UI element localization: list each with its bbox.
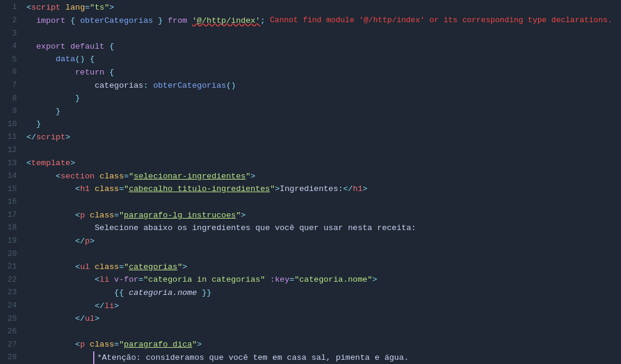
line-num-23: 23 <box>5 287 17 300</box>
code-line-4: export default { <box>26 40 621 53</box>
code-line-11: </script> <box>26 131 621 144</box>
line-num-27: 27 <box>5 338 17 351</box>
line-num-2: 2 <box>5 14 17 28</box>
code-line-19: </p> <box>26 235 621 248</box>
error-message: Cannot find module '@/http/index' or its… <box>270 14 613 27</box>
code-line-1: <script lang="ts"> <box>26 1 621 14</box>
code-line-8: } <box>26 92 621 105</box>
line-num-4: 4 <box>5 40 17 53</box>
code-line-5: data() { <box>26 53 621 66</box>
line-num-7: 7 <box>5 79 17 93</box>
code-line-7: categorias: obterCategorias() <box>26 79 621 93</box>
line-num-15: 15 <box>5 183 17 196</box>
line-num-28: 28 <box>5 351 17 364</box>
line-num-13: 13 <box>5 157 17 170</box>
line-num-24: 24 <box>5 300 17 313</box>
line-num-22: 22 <box>5 273 17 287</box>
code-editor: 1 2 3 4 5 6 7 8 9 10 11 12 13 14 15 16 1… <box>0 0 621 364</box>
code-line-10: } <box>26 118 621 131</box>
code-line-15: <h1 class="cabecalho titulo-ingredientes… <box>26 183 621 196</box>
line-num-12: 12 <box>5 144 17 157</box>
code-line-2: import { obterCategorias } from '@/http/… <box>26 14 621 28</box>
code-line-17: <p class="paragrafo-lg instrucoes"> <box>26 209 621 222</box>
line-num-25: 25 <box>5 312 17 326</box>
code-content: <script lang="ts"> import { obterCategor… <box>22 0 621 364</box>
line-numbers: 1 2 3 4 5 6 7 8 9 10 11 12 13 14 15 16 1… <box>0 0 22 364</box>
line-num-10: 10 <box>5 118 17 131</box>
code-line-28: *Atenção: consideramos que você tem em c… <box>26 351 621 364</box>
line-num-8: 8 <box>5 92 17 105</box>
code-line-3 <box>26 27 621 40</box>
code-line-14: <section class="selecionar-ingredientes"… <box>26 170 621 183</box>
code-line-6: return { <box>26 66 621 79</box>
code-line-27: <p class="paragrafo dica"> <box>26 338 621 351</box>
line-num-9: 9 <box>5 105 17 118</box>
code-line-20 <box>26 247 621 261</box>
line-num-17: 17 <box>5 209 17 222</box>
code-line-21: <ul class="categorias"> <box>26 261 621 274</box>
line-num-20: 20 <box>5 247 17 261</box>
line-num-6: 6 <box>5 66 17 79</box>
line-num-18: 18 <box>5 222 17 235</box>
code-line-25: </ul> <box>26 312 621 326</box>
code-line-12 <box>26 144 621 157</box>
code-line-16 <box>26 196 621 209</box>
line-num-16: 16 <box>5 196 17 209</box>
code-line-26 <box>26 326 621 339</box>
code-line-24: </li> <box>26 300 621 313</box>
code-line-13: <template> <box>26 157 621 170</box>
line-num-19: 19 <box>5 235 17 248</box>
line-num-5: 5 <box>5 53 17 66</box>
line-num-26: 26 <box>5 326 17 339</box>
line-num-11: 11 <box>5 131 17 144</box>
line-num-3: 3 <box>5 27 17 40</box>
line-num-14: 14 <box>5 170 17 183</box>
code-line-22: <li v-for="categoria in categorias" :key… <box>26 273 621 287</box>
code-line-9: } <box>26 105 621 118</box>
code-line-18: Selecione abaixo os ingredientes que voc… <box>26 222 621 235</box>
line-num-21: 21 <box>5 261 17 274</box>
line-num-1: 1 <box>5 1 17 14</box>
code-line-23: {{ categoria.nome }} <box>26 287 621 300</box>
